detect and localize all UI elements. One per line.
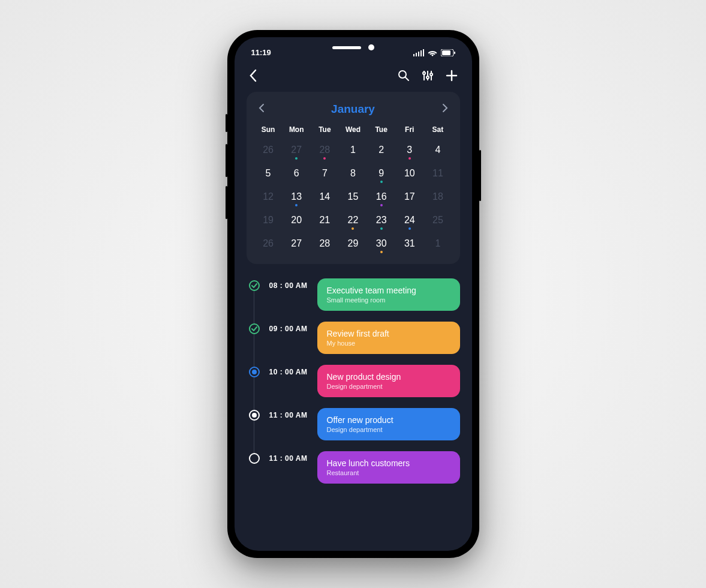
calendar-day[interactable]: 10 [396, 163, 423, 185]
calendar-day[interactable]: 11 [424, 163, 451, 185]
calendar-day[interactable]: 26 [255, 233, 282, 256]
day-header: Mon [283, 125, 310, 134]
event-dot [352, 227, 354, 230]
day-number: 26 [255, 238, 282, 249]
day-number: 27 [283, 145, 310, 155]
calendar-day[interactable]: 9 [368, 163, 395, 185]
svg-rect-3 [420, 50, 422, 56]
calendar-day[interactable]: 30 [368, 233, 395, 256]
event-row: 08 : 00 AMExecutive team meetingSmall me… [249, 278, 460, 311]
event-marker [249, 453, 260, 464]
calendar-day[interactable]: 13 [283, 187, 310, 209]
side-button [226, 186, 227, 219]
calendar-day[interactable]: 20 [283, 210, 310, 232]
event-location: Small meeting room [327, 296, 450, 304]
event-row: 11 : 00 AMOffer new productDesign depart… [249, 408, 460, 440]
calendar-day[interactable]: 3 [396, 140, 423, 162]
day-number: 20 [283, 215, 310, 226]
day-number: 16 [368, 191, 395, 202]
event-card[interactable]: New product designDesign department [317, 365, 460, 397]
add-button[interactable] [446, 70, 458, 82]
svg-rect-7 [454, 52, 455, 54]
day-number: 2 [368, 145, 395, 155]
svg-rect-6 [442, 50, 450, 55]
calendar-day[interactable]: 22 [340, 210, 366, 232]
event-time: 11 : 00 AM [269, 454, 308, 463]
settings-icon[interactable] [422, 70, 434, 82]
events-list: 08 : 00 AMExecutive team meetingSmall me… [247, 278, 460, 484]
calendar-day[interactable]: 18 [424, 187, 451, 209]
svg-point-13 [426, 76, 429, 79]
calendar-day[interactable]: 12 [255, 187, 282, 209]
calendar-day[interactable]: 28 [311, 233, 338, 256]
calendar-day[interactable]: 26 [255, 140, 282, 162]
svg-rect-0 [413, 54, 414, 56]
calendar-day[interactable]: 17 [396, 187, 423, 209]
signal-icon [413, 49, 424, 56]
day-number: 30 [368, 238, 395, 249]
calendar-day[interactable]: 7 [311, 163, 338, 185]
event-card[interactable]: Review first draftMy house [317, 322, 460, 354]
svg-rect-2 [418, 52, 419, 56]
calendar-day[interactable]: 29 [340, 233, 366, 256]
day-header: Tue [311, 125, 338, 134]
day-number: 21 [311, 215, 338, 226]
search-icon[interactable] [398, 70, 410, 82]
notch [332, 44, 374, 50]
calendar-day[interactable]: 15 [340, 187, 366, 209]
day-header: Sun [255, 125, 282, 134]
calendar-day[interactable]: 1 [340, 140, 366, 162]
calendar-day[interactable]: 31 [396, 233, 423, 256]
prev-month-button[interactable] [259, 103, 265, 115]
calendar-day[interactable]: 21 [311, 210, 338, 232]
event-marker [249, 367, 260, 377]
event-location: My house [327, 340, 450, 347]
next-month-button[interactable] [442, 103, 448, 115]
battery-icon [441, 49, 455, 56]
day-number: 1 [340, 145, 366, 155]
calendar-day[interactable]: 23 [368, 210, 395, 232]
phone-frame: 11:19 [227, 30, 479, 558]
calendar-day[interactable]: 25 [424, 210, 451, 232]
calendar-day[interactable]: 28 [311, 140, 338, 162]
day-number: 14 [311, 191, 338, 202]
event-location: Restaurant [327, 469, 450, 476]
screen: 11:19 [235, 37, 472, 551]
event-row: 10 : 00 AMNew product designDesign depar… [249, 365, 460, 397]
calendar-day[interactable]: 16 [368, 187, 395, 209]
event-title: Executive team meeting [327, 286, 450, 295]
day-header: Wed [340, 125, 366, 134]
event-marker [249, 280, 260, 291]
event-time: 11 : 00 AM [269, 411, 308, 419]
day-header: Sat [424, 125, 451, 134]
calendar-day[interactable]: 24 [396, 210, 423, 232]
calendar-day[interactable]: 27 [283, 140, 310, 162]
calendar-day[interactable]: 8 [340, 163, 366, 185]
event-time: 09 : 00 AM [269, 325, 308, 333]
calendar-day[interactable]: 2 [368, 140, 395, 162]
event-time: 08 : 00 AM [269, 281, 308, 290]
calendar-day[interactable]: 19 [255, 210, 282, 232]
calendar-day[interactable]: 4 [424, 140, 451, 162]
day-number: 4 [424, 145, 451, 155]
calendar-day[interactable]: 5 [255, 163, 282, 185]
day-number: 5 [255, 168, 282, 179]
event-time: 10 : 00 AM [269, 368, 308, 376]
wifi-icon [428, 49, 437, 56]
day-header: Fri [396, 125, 423, 134]
back-button[interactable] [249, 69, 257, 82]
day-number: 24 [396, 215, 423, 226]
calendar-day[interactable]: 1 [424, 233, 451, 256]
event-title: Offer new product [327, 415, 450, 425]
calendar-day[interactable]: 6 [283, 163, 310, 185]
calendar-day[interactable]: 14 [311, 187, 338, 209]
event-card[interactable]: Offer new productDesign department [317, 408, 460, 440]
calendar-day[interactable]: 27 [283, 233, 310, 256]
day-number: 9 [368, 168, 395, 179]
side-button [226, 114, 227, 132]
event-dot [380, 227, 383, 230]
event-card[interactable]: Have lunch customersRestaurant [317, 451, 460, 484]
top-bar [247, 64, 460, 92]
event-dot [295, 204, 298, 206]
event-card[interactable]: Executive team meetingSmall meeting room [317, 278, 460, 311]
